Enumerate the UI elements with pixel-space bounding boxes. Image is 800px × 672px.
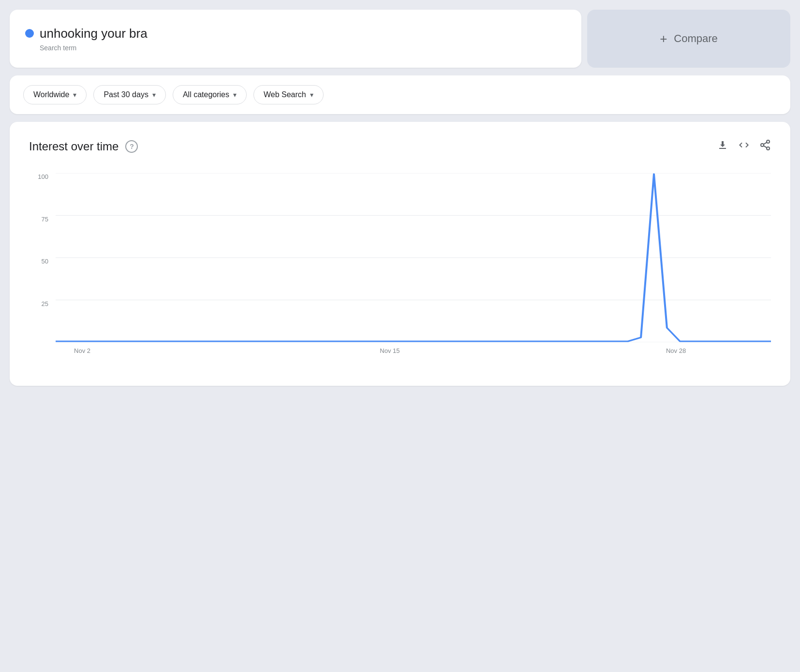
plus-icon: + (660, 31, 667, 46)
y-label-25: 25 (42, 300, 53, 307)
chart-section: Interest over time ? (10, 122, 790, 386)
help-icon[interactable]: ? (125, 140, 138, 153)
svg-point-2 (767, 147, 770, 150)
y-label-75: 75 (42, 216, 53, 223)
compare-card[interactable]: + Compare (587, 10, 790, 68)
x-label-nov2: Nov 2 (74, 347, 90, 354)
filter-section: Worldwide ▾ Past 30 days ▾ All categorie… (10, 75, 790, 114)
search-type-chevron: ▾ (310, 91, 313, 99)
location-label: Worldwide (33, 90, 69, 99)
time-range-label: Past 30 days (104, 90, 148, 99)
line-chart (56, 173, 771, 342)
search-term-label: Search term (40, 44, 566, 52)
compare-text: Compare (674, 32, 717, 45)
download-icon[interactable] (717, 139, 728, 154)
embed-icon[interactable] (738, 139, 750, 154)
x-label-nov28: Nov 28 (666, 347, 686, 354)
chart-header: Interest over time ? (29, 139, 771, 154)
x-axis: Nov 2 Nov 15 Nov 28 (56, 342, 771, 366)
location-chevron: ▾ (73, 91, 76, 99)
compare-content: + Compare (660, 31, 718, 46)
chart-title-row: Interest over time ? (29, 140, 138, 153)
search-term-header: unhooking your bra (25, 26, 566, 41)
share-icon[interactable] (759, 139, 771, 154)
x-label-nov15: Nov 15 (380, 347, 400, 354)
top-section: unhooking your bra Search term + Compare (10, 10, 790, 68)
svg-point-0 (767, 140, 770, 143)
chart-area (56, 173, 771, 342)
category-chevron: ▾ (233, 91, 237, 99)
location-filter[interactable]: Worldwide ▾ (23, 85, 87, 104)
svg-line-4 (764, 146, 767, 147)
search-term-title: unhooking your bra (40, 26, 148, 41)
search-type-filter[interactable]: Web Search ▾ (253, 85, 324, 104)
chart-title: Interest over time (29, 140, 119, 153)
search-type-label: Web Search (264, 90, 306, 99)
y-axis: 100 75 50 25 (29, 173, 53, 342)
chart-container: 100 75 50 25 Nov 2 Nov 15 (29, 173, 771, 366)
search-term-dot (25, 29, 34, 38)
time-range-filter[interactable]: Past 30 days ▾ (93, 85, 166, 104)
y-label-100: 100 (38, 173, 53, 180)
category-filter[interactable]: All categories ▾ (173, 85, 247, 104)
y-label-50: 50 (42, 258, 53, 265)
svg-point-1 (761, 144, 764, 146)
svg-line-3 (764, 142, 767, 144)
time-range-chevron: ▾ (152, 91, 156, 99)
chart-actions (717, 139, 771, 154)
search-term-card: unhooking your bra Search term (10, 10, 581, 68)
category-label: All categories (183, 90, 229, 99)
